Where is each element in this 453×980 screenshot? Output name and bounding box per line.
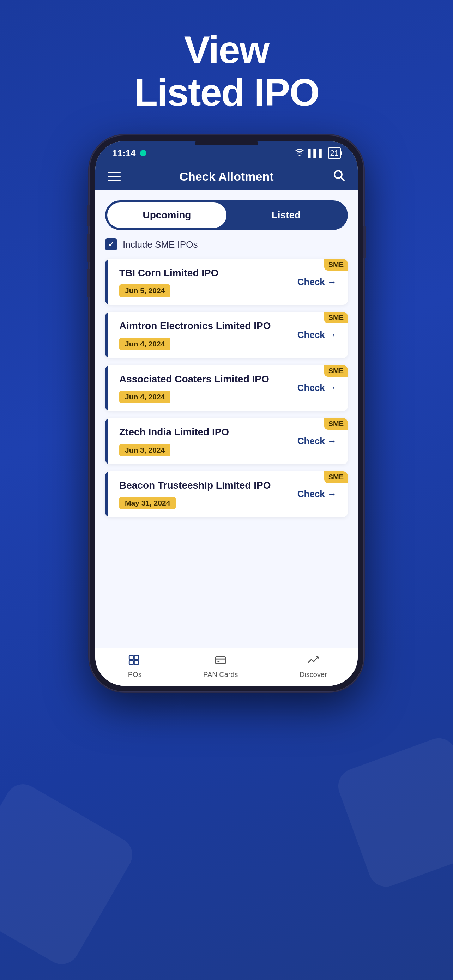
sme-badge-2: SME xyxy=(324,365,348,377)
tab-upcoming[interactable]: Upcoming xyxy=(107,202,227,228)
ipo-check-button-4[interactable]: Check → xyxy=(297,488,339,500)
tabs-container: Upcoming Listed xyxy=(105,200,348,230)
sme-badge-3: SME xyxy=(324,418,348,430)
hero-title-line1: View xyxy=(184,28,269,71)
ipo-info-0: TBI Corn Limited IPO Jun 5, 2024 xyxy=(114,267,297,297)
ipo-date-3: Jun 3, 2024 xyxy=(119,444,170,457)
card-border-0 xyxy=(105,259,108,305)
ipo-date-2: Jun 4, 2024 xyxy=(119,391,170,403)
ipos-label: IPOs xyxy=(126,671,141,679)
ipo-check-button-2[interactable]: Check → xyxy=(297,382,339,393)
svg-line-2 xyxy=(341,177,344,180)
ipo-name-4: Beacon Trusteeship Limited IPO xyxy=(119,479,297,492)
ipo-info-3: Ztech India Limited IPO Jun 3, 2024 xyxy=(114,426,297,456)
ipo-card-inner-2: Associated Coaters Limited IPO Jun 4, 20… xyxy=(105,373,339,403)
nav-title: Check Allotment xyxy=(179,170,273,183)
ipo-name-0: TBI Corn Limited IPO xyxy=(119,267,297,279)
bg-shape-2 xyxy=(334,733,453,892)
ipo-name-1: Aimtron Electronics Limited IPO xyxy=(119,320,297,332)
volume-down-button xyxy=(87,269,90,297)
battery-icon: 21 xyxy=(328,148,341,159)
card-border-2 xyxy=(105,365,108,411)
hero-title: View Listed IPO xyxy=(134,28,319,114)
phone-notch xyxy=(195,141,258,145)
power-button xyxy=(363,226,366,258)
signal-bars-icon: ▌▌▌ xyxy=(308,148,324,158)
ipo-name-2: Associated Coaters Limited IPO xyxy=(119,373,297,386)
ipo-card-1: SME Aimtron Electronics Limited IPO Jun … xyxy=(105,312,348,358)
ipo-info-4: Beacon Trusteeship Limited IPO May 31, 2… xyxy=(114,479,297,509)
hero-title-line2: Listed IPO xyxy=(134,70,319,114)
bottom-nav-discover[interactable]: Discover xyxy=(300,654,327,679)
sme-filter: ✓ Include SME IPOs xyxy=(105,237,348,252)
bottom-nav: IPOs PAN Cards xyxy=(95,648,358,686)
status-time: 11:14 xyxy=(112,148,136,159)
ipo-card-inner-4: Beacon Trusteeship Limited IPO May 31, 2… xyxy=(105,479,339,509)
card-border-4 xyxy=(105,471,108,517)
pan-label: PAN Cards xyxy=(203,671,238,679)
sme-label: Include SME IPOs xyxy=(123,239,197,250)
svg-rect-4 xyxy=(134,655,138,659)
ipo-card-inner-0: TBI Corn Limited IPO Jun 5, 2024 Check → xyxy=(105,267,339,297)
menu-button[interactable] xyxy=(108,172,121,181)
pan-icon xyxy=(215,654,227,668)
checkbox-tick: ✓ xyxy=(108,240,114,249)
wifi-icon xyxy=(295,148,304,158)
svg-rect-7 xyxy=(216,657,226,663)
ipo-card-0: SME TBI Corn Limited IPO Jun 5, 2024 Che… xyxy=(105,259,348,305)
bottom-nav-ipos[interactable]: IPOs xyxy=(126,654,141,679)
ipo-card-4: SME Beacon Trusteeship Limited IPO May 3… xyxy=(105,471,348,517)
tab-listed[interactable]: Listed xyxy=(227,202,346,228)
ipo-card-inner-3: Ztech India Limited IPO Jun 3, 2024 Chec… xyxy=(105,426,339,456)
svg-point-0 xyxy=(299,154,300,156)
ipo-name-3: Ztech India Limited IPO xyxy=(119,426,297,439)
ipo-info-1: Aimtron Electronics Limited IPO Jun 4, 2… xyxy=(114,320,297,350)
card-border-3 xyxy=(105,418,108,464)
phone-mockup: 11:14 ▌▌▌ 21 xyxy=(89,135,364,692)
volume-up-button xyxy=(87,234,90,262)
bg-shape-1 xyxy=(0,778,139,970)
bottom-nav-pan[interactable]: PAN Cards xyxy=(203,654,238,679)
ipo-check-button-1[interactable]: Check → xyxy=(297,329,339,340)
svg-rect-6 xyxy=(134,660,138,664)
ipo-card-2: SME Associated Coaters Limited IPO Jun 4… xyxy=(105,365,348,411)
svg-rect-5 xyxy=(129,660,134,664)
sme-badge-4: SME xyxy=(324,471,348,483)
ipo-date-1: Jun 4, 2024 xyxy=(119,337,170,350)
ipo-card-inner-1: Aimtron Electronics Limited IPO Jun 4, 2… xyxy=(105,320,339,350)
svg-rect-3 xyxy=(129,655,134,659)
phone-frame: 11:14 ▌▌▌ 21 xyxy=(89,135,364,692)
sme-checkbox[interactable]: ✓ xyxy=(105,239,117,250)
ipo-card-3: SME Ztech India Limited IPO Jun 3, 2024 … xyxy=(105,418,348,464)
top-nav: Check Allotment xyxy=(95,162,358,191)
ipo-info-2: Associated Coaters Limited IPO Jun 4, 20… xyxy=(114,373,297,403)
status-icons: ▌▌▌ 21 xyxy=(295,148,341,159)
ipo-check-button-3[interactable]: Check → xyxy=(297,436,339,447)
sme-badge-0: SME xyxy=(324,259,348,270)
discover-label: Discover xyxy=(300,671,327,679)
search-button[interactable] xyxy=(332,169,345,184)
discover-icon xyxy=(307,654,319,668)
main-content: Upcoming Listed ✓ Include SME IPOs SME xyxy=(95,191,358,648)
phone-screen: 11:14 ▌▌▌ 21 xyxy=(95,141,358,686)
ipo-date-0: Jun 5, 2024 xyxy=(119,284,170,297)
status-dot xyxy=(140,150,146,156)
mute-button xyxy=(87,205,90,226)
ipos-icon xyxy=(128,654,140,668)
ipo-check-button-0[interactable]: Check → xyxy=(297,277,339,288)
ipo-date-4: May 31, 2024 xyxy=(119,497,176,509)
sme-badge-1: SME xyxy=(324,312,348,323)
card-border-1 xyxy=(105,312,108,358)
